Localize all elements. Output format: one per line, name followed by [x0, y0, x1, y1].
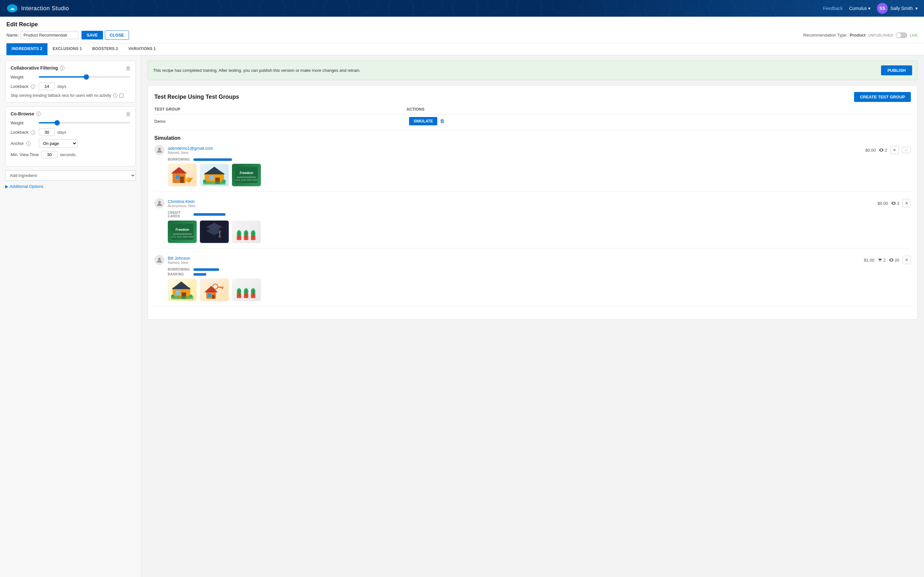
product-2-2	[200, 221, 229, 243]
svg-text:☁: ☁	[10, 6, 15, 11]
user-menu[interactable]: SS Sally Smith ▾	[877, 3, 918, 14]
svg-point-40	[158, 258, 161, 260]
collaborative-filtering-title: Collaborative Filtering i	[11, 65, 130, 71]
svg-rect-66	[253, 290, 254, 296]
svg-point-42	[880, 261, 881, 261]
simulate-button[interactable]: SIMULATE	[409, 117, 437, 125]
feedback-link[interactable]: Feedback	[823, 6, 843, 11]
additional-options[interactable]: ▶ Additional Options	[5, 184, 136, 189]
collaborative-filtering-section: 🗑 Collaborative Filtering i Weight Lookb…	[5, 61, 136, 103]
weight-slider[interactable]	[39, 74, 130, 79]
svg-rect-19	[237, 177, 256, 178]
chevron-down-icon: ▾	[868, 6, 871, 11]
user-1-meta: Named, New	[168, 151, 213, 155]
cobrowse-lookback-input[interactable]	[39, 129, 55, 136]
user-2-stats: $0.00 3 ✕	[877, 199, 911, 207]
borrowing-bar	[194, 158, 232, 161]
add-ingredient-select[interactable]: Add ingredient	[5, 170, 136, 181]
user-1-email[interactable]: adendemo1@gmail.com	[168, 146, 213, 151]
user-1-views: 2	[879, 148, 887, 153]
anchor-info-icon[interactable]: i	[26, 141, 31, 146]
user-1-close-btn[interactable]: ✕	[890, 146, 899, 154]
svg-rect-39	[253, 232, 254, 238]
skip-checkbox[interactable]	[120, 93, 124, 98]
user-1-category-borrowing: BORROWING	[154, 158, 911, 161]
rec-type: Recommendation Type: Product UNPUBLISHED…	[803, 32, 918, 38]
tab-variations[interactable]: VARIATIONS 1	[123, 43, 161, 55]
cobrowse-weight-thumb[interactable]	[55, 120, 60, 125]
user-1-price: $0.00	[865, 148, 876, 153]
cobrowse-weight-slider[interactable]	[39, 120, 130, 125]
user-3-close-btn[interactable]: ✕	[903, 256, 911, 264]
nav-right-section: Feedback Cumulus ▾ SS Sally Smith ▾	[823, 3, 918, 14]
user-3-category-banking: BANKING	[154, 272, 911, 276]
test-group-title: Test Recipe Using Test Groups	[154, 93, 239, 100]
product-3-1	[168, 279, 197, 301]
anchor-row: Anchor i On page	[11, 139, 130, 148]
svg-text:1111 2222 3333 4444: 1111 2222 3333 4444	[236, 179, 257, 181]
user-1-more-btn[interactable]: ···	[902, 147, 911, 153]
svg-marker-4	[171, 167, 187, 173]
weight-thumb[interactable]	[84, 74, 89, 79]
recipe-name-input[interactable]	[21, 31, 78, 39]
add-ingredient-row: Add ingredient	[5, 170, 136, 181]
lookback-info-icon[interactable]: i	[31, 84, 35, 89]
anchor-select[interactable]: On page	[39, 139, 78, 148]
svg-text:1111 2222 3333 4444: 1111 2222 3333 4444	[171, 235, 193, 238]
user-2-products: Freedom 1111 2222 3333 4444	[154, 221, 911, 243]
user-1-products: Freedom 1111 2222 3333 4444	[154, 164, 911, 186]
delete-cobrowse-icon[interactable]: 🗑	[126, 111, 131, 117]
th-actions: Actions	[407, 107, 911, 111]
user-3-price: $1.00	[864, 258, 875, 263]
page-title: Edit Recipe	[6, 21, 913, 28]
product-3-2	[200, 279, 229, 301]
tab-boosters[interactable]: BOOSTERS 2	[87, 43, 123, 55]
svg-rect-63	[246, 290, 246, 296]
tabs-bar: INGREDIENTS 2 EXCLUSIONS 1 BOOSTERS 2 VA…	[0, 43, 924, 55]
publish-toggle: UNPUBLISHED LIVE	[868, 32, 918, 38]
svg-point-21	[158, 201, 161, 203]
brand: ☁ Interaction Studio	[6, 3, 69, 14]
group-name: Demo	[154, 119, 405, 124]
min-view-input[interactable]	[41, 151, 57, 158]
skip-info-icon[interactable]: i	[113, 93, 118, 98]
user-2-close-btn[interactable]: ✕	[903, 199, 911, 207]
tab-ingredients[interactable]: INGREDIENTS 2	[6, 43, 47, 55]
tab-exclusions[interactable]: EXCLUSIONS 1	[47, 43, 87, 55]
borrowing-bar-3	[194, 268, 219, 271]
user-2-price: $0.00	[877, 201, 888, 206]
create-test-group-button[interactable]: CREATE TEST GROUP	[854, 92, 911, 102]
svg-point-30	[218, 235, 221, 238]
test-group-header: Test Recipe Using Test Groups CREATE TES…	[154, 92, 911, 102]
svg-marker-11	[204, 167, 225, 174]
skip-checkbox-row: Skip serving trending fallback recs for …	[11, 93, 130, 98]
cobrowse-info-icon[interactable]: i	[36, 111, 41, 116]
delete-group-icon[interactable]: 🗑	[440, 118, 445, 124]
svg-rect-56	[208, 293, 211, 297]
svg-point-48	[171, 295, 174, 298]
user-1-stats: $0.00 2 ✕ ···	[865, 146, 911, 154]
info-icon[interactable]: i	[60, 66, 65, 70]
lookback-input[interactable]	[39, 83, 55, 90]
delete-collaborative-icon[interactable]: 🗑	[126, 65, 131, 71]
product-1-3: Freedom 1111 2222 3333 4444	[232, 164, 261, 186]
chevron-right-icon: ▶	[5, 184, 8, 189]
svg-point-9	[187, 178, 189, 181]
publish-button[interactable]: PUBLISH	[881, 65, 912, 75]
cobrowse-lookback-info[interactable]: i	[31, 130, 35, 135]
user-3-email[interactable]: Bill Johnson	[168, 256, 190, 261]
toggle-switch[interactable]	[896, 32, 907, 38]
save-button[interactable]: SAVE	[81, 31, 103, 39]
user-3-cart: 2	[877, 258, 885, 263]
sim-user-1: adendemo1@gmail.com Named, New $0.00 2 ✕…	[154, 145, 911, 192]
test-group-card: Test Recipe Using Test Groups CREATE TES…	[148, 85, 918, 319]
cumulus-menu[interactable]: Cumulus ▾	[849, 6, 871, 11]
user-2-email[interactable]: Christina Klein	[168, 199, 195, 204]
svg-rect-45	[176, 290, 180, 295]
chevron-down-icon: ▾	[915, 6, 918, 11]
user-1-info: adendemo1@gmail.com Named, New	[168, 146, 213, 155]
user-1-avatar	[154, 145, 165, 155]
svg-point-49	[189, 295, 192, 298]
user-2-views: 3	[891, 201, 899, 206]
close-button[interactable]: CLOSE	[105, 31, 129, 40]
